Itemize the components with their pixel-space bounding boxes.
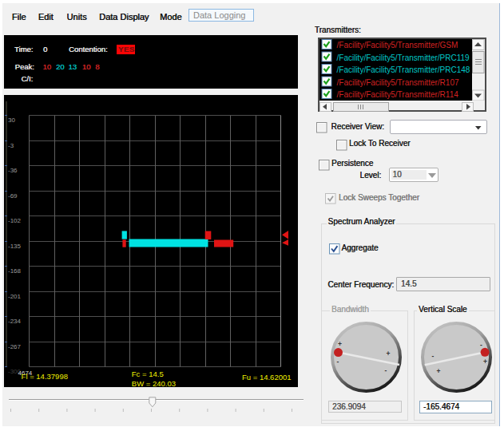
svg-text:/Facility/Facility5/Transmitte: /Facility/Facility5/Transmitter/R114 (336, 90, 458, 99)
svg-text:/Facility/Facility5/Transmitte: /Facility/Facility5/Transmitter/PRC119 (336, 53, 470, 62)
svg-text:Fc = 14.5: Fc = 14.5 (132, 370, 164, 378)
svg-text:Fl = 14.37998: Fl = 14.37998 (22, 372, 68, 381)
svg-text:-102: -102 (8, 217, 22, 224)
svg-text:-69: -69 (8, 192, 18, 200)
svg-text:-201: -201 (8, 293, 22, 300)
svg-text:-234: -234 (8, 318, 22, 325)
svg-text:/Facility/Facility5/Transmitte: /Facility/Facility5/Transmitter/GSM (336, 41, 458, 49)
svg-text:/Facility/Facility5/Transmitte: /Facility/Facility5/Transmitter/PRC148 (336, 65, 470, 74)
svg-text:-: - (432, 352, 435, 360)
svg-text:-: - (337, 358, 339, 366)
svg-text:+: + (483, 358, 487, 366)
svg-text:Fu = 14.62001: Fu = 14.62001 (242, 373, 292, 382)
svg-text:-135: -135 (8, 243, 22, 250)
svg-text:BW = 240.03: BW = 240.03 (132, 379, 176, 388)
svg-text:-3: -3 (8, 142, 14, 149)
svg-text:-168: -168 (8, 267, 22, 275)
svg-text:+: + (387, 350, 391, 358)
svg-text:30: 30 (8, 117, 15, 124)
svg-text:/Facility/Facility5/Transmitte: /Facility/Facility5/Transmitter/R107 (336, 78, 458, 87)
svg-text:-: - (385, 366, 387, 374)
svg-text:+: + (437, 367, 441, 375)
svg-text:+: + (338, 340, 342, 348)
svg-text:-267: -267 (8, 343, 22, 350)
svg-text:-36: -36 (8, 167, 18, 174)
svg-text:-: - (480, 341, 482, 349)
